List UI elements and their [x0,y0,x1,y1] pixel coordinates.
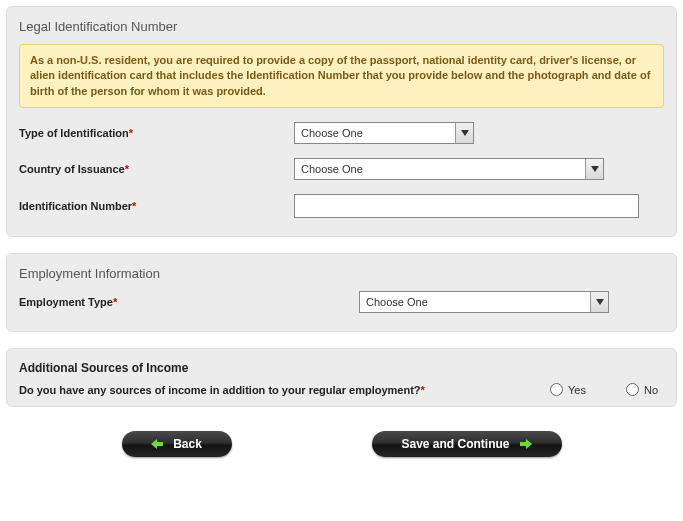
label-text: Type of Identification [19,127,129,139]
select-value: Choose One [360,296,590,308]
identification-number-input[interactable] [294,194,639,218]
employment-information-panel: Employment Information Employment Type* … [6,253,677,332]
identification-number-row: Identification Number* [19,194,664,218]
button-label: Save and Continue [401,437,509,451]
select-value: Choose One [295,127,455,139]
chevron-down-icon [455,123,473,143]
question-text-content: Do you have any sources of income in add… [19,384,421,396]
additional-income-question: Do you have any sources of income in add… [19,384,550,396]
additional-income-heading: Additional Sources of Income [19,361,664,375]
additional-income-question-row: Do you have any sources of income in add… [19,383,664,396]
radio-icon [626,383,639,396]
identification-number-label: Identification Number* [19,200,294,212]
legal-notice: As a non-U.S. resident, you are required… [19,44,664,108]
legal-panel-title: Legal Identification Number [19,19,664,34]
radio-icon [550,383,563,396]
button-label: Back [173,437,202,451]
label-text: Identification Number [19,200,132,212]
employment-type-row: Employment Type* Choose One [19,291,664,313]
arrow-right-icon [520,439,532,449]
chevron-down-icon [590,292,608,312]
required-asterisk: * [125,163,129,175]
label-text: Country of Issuance [19,163,125,175]
country-of-issuance-row: Country of Issuance* Choose One [19,158,664,180]
employment-type-select[interactable]: Choose One [359,291,609,313]
employment-panel-title: Employment Information [19,266,664,281]
employment-type-label: Employment Type* [19,296,359,308]
save-continue-button[interactable]: Save and Continue [372,431,562,457]
additional-income-radio-group: Yes No [550,383,664,396]
legal-identification-panel: Legal Identification Number As a non-U.S… [6,6,677,237]
form-button-row: Back Save and Continue [0,431,683,457]
label-text: Employment Type [19,296,113,308]
back-button[interactable]: Back [122,431,232,457]
type-of-identification-label: Type of Identification* [19,127,294,139]
required-asterisk: * [113,296,117,308]
radio-label: No [644,384,658,396]
required-asterisk: * [132,200,136,212]
country-of-issuance-select[interactable]: Choose One [294,158,604,180]
country-of-issuance-label: Country of Issuance* [19,163,294,175]
required-asterisk: * [129,127,133,139]
income-yes-radio[interactable]: Yes [550,383,586,396]
chevron-down-icon [585,159,603,179]
type-of-identification-row: Type of Identification* Choose One [19,122,664,144]
radio-label: Yes [568,384,586,396]
additional-income-panel: Additional Sources of Income Do you have… [6,348,677,407]
required-asterisk: * [421,384,425,396]
type-of-identification-select[interactable]: Choose One [294,122,474,144]
select-value: Choose One [295,163,585,175]
income-no-radio[interactable]: No [626,383,658,396]
arrow-left-icon [151,439,163,449]
